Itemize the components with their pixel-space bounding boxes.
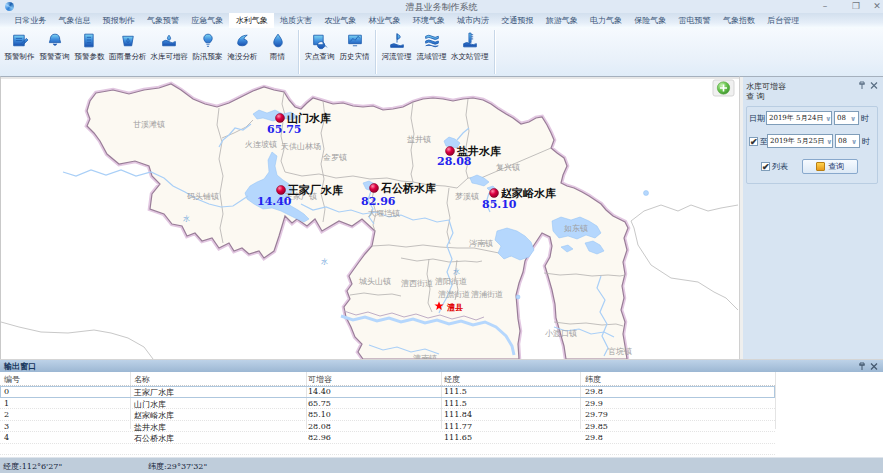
reservoir-value: 85.10: [482, 198, 517, 211]
date-to-select[interactable]: 2019年 5月25日∨: [767, 134, 833, 148]
toolbar-button-rain-info[interactable]: 雨情: [261, 28, 294, 76]
query-button[interactable]: 查询: [802, 159, 858, 174]
toolbar-button-label: 雨情: [270, 52, 285, 62]
column-header[interactable]: 纬度: [585, 374, 601, 385]
table-cell: 111.77: [444, 422, 472, 431]
map-viewport[interactable]: 甘溪滩镇火连坡镇天供山林场金罗镇盐井镇码头铺镇王家厂镇大堰垱镇复兴镇梦溪镇城头山…: [0, 76, 739, 359]
town-label: 涔南镇: [469, 239, 493, 248]
reservoir-value: 28.08: [437, 155, 472, 168]
list-label: 列表: [772, 161, 788, 172]
toolbar-button-hydro-station[interactable]: 水文站管理: [450, 28, 490, 76]
reservoir-dot-icon: [490, 189, 499, 198]
status-longitude: 经度:112°6'27": [3, 461, 62, 472]
toolbar-button-reservoir-capacity[interactable]: 水库可增容: [150, 28, 190, 76]
toolbar-separator: [375, 30, 376, 74]
toolbar-button-rain-analysis[interactable]: 面雨量分析: [108, 28, 148, 76]
tab-11[interactable]: 城市内涝: [451, 13, 495, 28]
tab-16[interactable]: 雷电预警: [672, 13, 716, 28]
tab-9[interactable]: 林业气象: [362, 13, 406, 28]
table-row[interactable]: 4石公桥水库82.96111.6529.8: [0, 432, 775, 444]
tab-5[interactable]: 应急气象: [185, 13, 229, 28]
tab-17[interactable]: 气象指数: [717, 13, 761, 28]
tab-13[interactable]: 旅游气象: [540, 13, 584, 28]
reservoir-value: 65.75: [267, 123, 301, 136]
window-title: 澧县业务制作系统: [0, 1, 883, 14]
pin-icon[interactable]: [858, 362, 866, 371]
table-row[interactable]: 3盐井水库28.08111.7729.85: [0, 421, 775, 433]
table-row[interactable]: 2赵家峪水库85.10111.8429.79: [0, 409, 775, 421]
chevron-down-icon: ∨: [849, 137, 859, 146]
toolbar-button-label: 流域管理: [417, 52, 447, 62]
tab-8[interactable]: 农业气象: [318, 13, 362, 28]
tab-7[interactable]: 地质灾害: [274, 13, 318, 28]
toolbar-button-flood-plan[interactable]: 防汛预案: [191, 28, 224, 76]
hour-from-select[interactable]: 08∨: [834, 111, 859, 125]
map-zoom-control[interactable]: [713, 80, 734, 96]
town-label: 火连坡镇: [245, 140, 277, 149]
tab-10[interactable]: 环境气象: [407, 13, 451, 28]
tab-14[interactable]: 电力气象: [584, 13, 628, 28]
close-panel-icon[interactable]: [870, 362, 878, 371]
toolbar-button-inundation[interactable]: 淹没分析: [226, 28, 259, 76]
town-label: 官垸镇: [608, 347, 632, 356]
column-header[interactable]: 经度: [444, 374, 460, 385]
town-label: 盐井镇: [407, 135, 431, 144]
tab-6[interactable]: 水利气象: [229, 13, 273, 28]
town-label: 如东镇: [564, 224, 588, 233]
town-label: 小渡口镇: [545, 329, 577, 338]
app-window: 澧县业务制作系统 – ❐ ✕ 日常业务气象信息预报制作气象预警应急气象水利气象地…: [0, 0, 883, 473]
river-manage-icon: [387, 31, 407, 50]
table-cell: 29.85: [585, 422, 608, 431]
toolbar-button-history-disaster[interactable]: 历史灾情: [338, 28, 371, 76]
adjacent-boundary-east: [631, 205, 738, 310]
table-cell: 0: [4, 387, 9, 396]
toolbar-button-label: 预警查询: [40, 52, 70, 62]
toolbar-button-warning-params[interactable]: 预警参数: [73, 28, 106, 76]
close-panel-icon[interactable]: [870, 81, 878, 90]
column-header[interactable]: 名称: [134, 374, 150, 385]
to-checkbox[interactable]: ✔: [749, 137, 758, 146]
river-label: 水: [321, 258, 328, 266]
toolbar-button-warning-bell[interactable]: 预警查询: [38, 28, 71, 76]
table-row[interactable]: 1山门水库65.75111.529.9: [0, 398, 775, 410]
minimize-button[interactable]: –: [820, 0, 830, 13]
tab-3[interactable]: 预报制作: [97, 13, 141, 28]
hour-to-select[interactable]: 08∨: [835, 134, 860, 148]
tab-18[interactable]: 后台管理: [761, 13, 805, 28]
town-label: 金罗镇: [322, 153, 347, 162]
toolbar-button-label: 预警制作: [5, 52, 35, 62]
table-cell: 111.5: [444, 387, 467, 396]
town-label: 天供山林场: [281, 142, 321, 151]
table-row[interactable]: 0王家厂水库14.40111.529.8: [0, 386, 775, 398]
toolbar-button-river-manage[interactable]: 河流管理: [380, 28, 413, 76]
tab-4[interactable]: 气象预警: [141, 13, 185, 28]
table-cell: 4: [4, 433, 9, 442]
column-header[interactable]: 编号: [4, 374, 20, 385]
tab-12[interactable]: 交通预报: [495, 13, 539, 28]
pin-icon[interactable]: [858, 81, 866, 90]
tab-1[interactable]: 日常业务: [8, 13, 52, 28]
tab-2[interactable]: 气象信息: [52, 13, 96, 28]
maximize-button[interactable]: ❐: [851, 0, 861, 13]
table-cell: 29.8: [585, 387, 603, 396]
list-checkbox[interactable]: ✔: [761, 162, 770, 171]
close-button[interactable]: ✕: [872, 0, 882, 13]
toolbar-button-basin-manage[interactable]: 流域管理: [415, 28, 448, 76]
county-seat-label: 澧县: [446, 302, 463, 312]
table-cell: 山门水库: [134, 399, 166, 410]
table-cell: 82.96: [308, 433, 331, 442]
reservoir-dot-icon: [277, 186, 286, 195]
toolbar-button-label: 灾点查询: [305, 52, 335, 62]
column-header[interactable]: 可增容: [308, 374, 332, 385]
reservoir-value: 14.40: [257, 195, 292, 208]
toolbar-separator: [298, 30, 299, 74]
toolbar-button-warning-edit[interactable]: 预警制作: [3, 28, 36, 76]
toolbar-button-disaster-query[interactable]: 灾点查询: [303, 28, 336, 76]
toolbar-button-label: 水库可增容: [151, 52, 189, 62]
toolbar-separator: [494, 30, 495, 74]
warning-params-icon: [80, 31, 100, 50]
chevron-down-icon: ∨: [824, 137, 834, 146]
tab-15[interactable]: 保险气象: [628, 13, 672, 28]
reservoir-capacity-icon: [159, 31, 179, 50]
date-from-select[interactable]: 2019年 5月24日∨: [766, 111, 832, 125]
